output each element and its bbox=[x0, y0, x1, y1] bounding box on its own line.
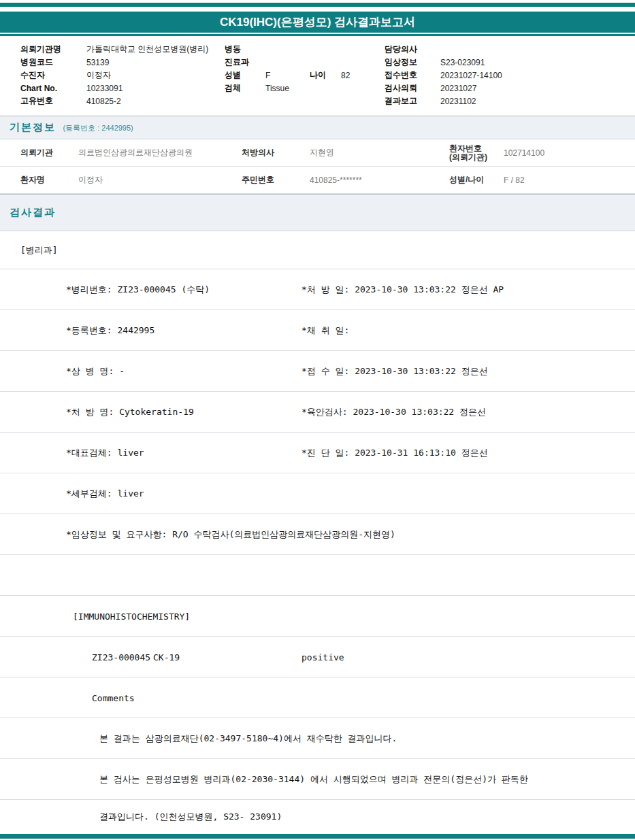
field-value: 20231027-14100 bbox=[440, 71, 502, 80]
ihc-result-value: positive bbox=[302, 652, 344, 662]
field-label: 담당의사 bbox=[385, 44, 440, 55]
result-right-cell: *육안검사: 2023-10-30 13:03:22 정은선 bbox=[302, 406, 486, 418]
header-row: Chart No. 10233091 bbox=[20, 82, 225, 95]
header-row: 결과보고 20231102 bbox=[385, 95, 621, 107]
comment-row: 결과입니다. (인천성모병원, S23- 23091) bbox=[0, 800, 635, 834]
ihc-result-row: ZI23-000045 CK-19 positive bbox=[0, 637, 635, 677]
patient-header-col1: 의뢰기관명 가톨릭대학교 인천성모병원(병리) 병원코드 53139 수진자 이… bbox=[20, 43, 225, 107]
field-label: 병동 bbox=[225, 44, 265, 55]
field-value: Tissue bbox=[265, 84, 289, 93]
cell-label: 주민번호 bbox=[242, 174, 310, 186]
table-row: 환자명 이정자 주민번호 410825-******* 성별/나이 F / 82 bbox=[0, 167, 635, 194]
basic-info-section-header: 기본정보 (등록번호 : 2442995) bbox=[0, 116, 635, 139]
results-section-header: 검사결과 bbox=[0, 194, 635, 231]
comment-line: 결과입니다. (인천성모병원, S23- 23091) bbox=[99, 811, 282, 823]
patient-header: 의뢰기관명 가톨릭대학교 인천성모병원(병리) 병원코드 53139 수진자 이… bbox=[0, 36, 635, 116]
cell-label: 성별/나이 bbox=[449, 174, 504, 186]
comment-row: 본 결과는 삼광의료재단(02-3497-5180~4)에서 재수탁한 결과입니… bbox=[0, 718, 635, 759]
patient-header-col3: 담당의사 임상정보 S23-023091 접수번호 20231027-14100… bbox=[385, 43, 621, 107]
bottom-accent-bar bbox=[0, 834, 635, 839]
header-row: 병동 bbox=[225, 43, 385, 56]
header-row: 접수번호 20231027-14100 bbox=[385, 69, 621, 82]
cell-label: 환자번호 (의뢰기관) bbox=[449, 144, 504, 162]
cell-label-line2: (의뢰기관) bbox=[449, 153, 504, 162]
field-label: 고유번호 bbox=[20, 95, 86, 107]
top-accent-bar bbox=[0, 3, 635, 7]
field-label: 병원코드 bbox=[20, 56, 86, 68]
cell-value: 102714100 bbox=[504, 148, 635, 158]
result-row: *병리번호: ZI23-000045 (수탁) *처 방 일: 2023-10-… bbox=[0, 269, 635, 310]
section-title: 기본정보 bbox=[10, 121, 56, 133]
results-body: [병리과] *병리번호: ZI23-000045 (수탁) *처 방 일: 20… bbox=[0, 231, 635, 834]
field-value: 10233091 bbox=[86, 84, 123, 93]
header-row: 의뢰기관명 가톨릭대학교 인천성모병원(병리) bbox=[20, 43, 225, 56]
field-value: 20231102 bbox=[440, 97, 476, 106]
header-row: 고유번호 410825-2 bbox=[20, 95, 225, 107]
field-label: 성별 bbox=[225, 69, 265, 81]
comment-line: 본 검사는 은평성모병원 병리과(02-2030-3144) 에서 시행되었으며… bbox=[99, 773, 528, 786]
table-row: 의뢰기관 의료법인삼광의료재단삼광의원 처방의사 지현영 환자번호 (의뢰기관)… bbox=[0, 139, 635, 167]
result-left-cell: *세부검체: liver bbox=[66, 488, 144, 500]
ihc-specimen: ZI23-000045 bbox=[92, 652, 150, 662]
ihc-header: [IMMUNOHISTOCHEMISTRY] bbox=[73, 611, 190, 621]
header-row: 검체 Tissue bbox=[225, 82, 385, 95]
field-value: 20231027 bbox=[440, 84, 476, 93]
result-left-cell: *등록번호: 2442995 bbox=[66, 324, 154, 337]
field-value: F bbox=[265, 71, 310, 80]
cell-label: 환자명 bbox=[20, 174, 78, 186]
header-row: 병원코드 53139 bbox=[20, 56, 225, 69]
ihc-test-name: CK-19 bbox=[153, 652, 180, 662]
report-title: CK19(IHC)(은평성모) 검사결과보고서 bbox=[0, 12, 635, 33]
cell-label-line1: 환자번호 bbox=[449, 144, 504, 153]
field-label: 결과보고 bbox=[385, 95, 440, 107]
spacer-row bbox=[0, 555, 635, 596]
comment-row: 본 검사는 은평성모병원 병리과(02-2030-3144) 에서 시행되었으며… bbox=[0, 759, 635, 800]
result-row: *세부검체: liver bbox=[0, 473, 635, 514]
field-value: 82 bbox=[341, 71, 350, 80]
field-value: 410825-2 bbox=[86, 97, 121, 106]
header-row: 진료과 bbox=[225, 56, 385, 69]
field-label: 검체 bbox=[225, 82, 265, 94]
field-value: 53139 bbox=[86, 58, 109, 67]
result-right-cell: *채 취 일: bbox=[302, 324, 349, 337]
ihc-header-row: [IMMUNOHISTOCHEMISTRY] bbox=[0, 596, 635, 637]
comments-label-row: Comments bbox=[0, 677, 635, 718]
result-left-cell: *처 방 명: Cytokeratin-19 bbox=[66, 406, 194, 418]
result-right-cell: *진 단 일: 2023-10-31 16:13:10 정은선 bbox=[302, 447, 488, 459]
field-label: 의뢰기관명 bbox=[20, 44, 86, 55]
cell-value: 의료법인삼광의료재단삼광의원 bbox=[78, 147, 242, 158]
field-label: 검사의뢰 bbox=[385, 82, 440, 94]
result-right-cell: *처 방 일: 2023-10-30 13:03:22 정은선 AP bbox=[302, 284, 504, 296]
field-label: 수진자 bbox=[20, 69, 86, 81]
field-label: 진료과 bbox=[225, 56, 265, 68]
field-label: 접수번호 bbox=[385, 69, 440, 81]
cell-value: 이정자 bbox=[78, 174, 242, 186]
cell-label: 의뢰기관 bbox=[20, 147, 78, 158]
cell-value: 지현영 bbox=[310, 147, 449, 158]
result-left-cell: *임상정보 및 요구사항: R/O 수탁검사(의료법인삼광의료재단삼광의원-지현… bbox=[66, 528, 395, 541]
comments-label: Comments bbox=[92, 692, 135, 703]
result-row: *상 병 명: - *접 수 일: 2023-10-30 13:03:22 정은… bbox=[0, 351, 635, 392]
cell-label: 처방의사 bbox=[242, 147, 310, 158]
cell-value: 410825-******* bbox=[310, 175, 449, 185]
comment-line: 본 결과는 삼광의료재단(02-3497-5180~4)에서 재수탁한 결과입니… bbox=[99, 733, 397, 745]
field-label: Chart No. bbox=[20, 84, 86, 93]
header-row: 임상정보 S23-023091 bbox=[385, 56, 621, 69]
result-left-cell: *병리번호: ZI23-000045 (수탁) bbox=[66, 284, 210, 296]
section-title: 검사결과 bbox=[10, 206, 56, 218]
cell-value: F / 82 bbox=[504, 175, 635, 185]
department-row: [병리과] bbox=[0, 231, 635, 269]
result-row: *대표검체: liver *진 단 일: 2023-10-31 16:13:10… bbox=[0, 433, 635, 473]
result-left-cell: *상 병 명: - bbox=[66, 365, 125, 377]
result-row: *처 방 명: Cytokeratin-19 *육안검사: 2023-10-30… bbox=[0, 392, 635, 433]
section-subtitle: (등록번호 : 2442995) bbox=[63, 124, 133, 132]
header-row: 검사의뢰 20231027 bbox=[385, 82, 621, 95]
field-value: 가톨릭대학교 인천성모병원(병리) bbox=[86, 44, 208, 55]
field-value: 이정자 bbox=[86, 69, 111, 81]
header-row: 성별 F 나이 82 bbox=[225, 69, 385, 82]
header-row: 담당의사 bbox=[385, 43, 621, 56]
result-row: *임상정보 및 요구사항: R/O 수탁검사(의료법인삼광의료재단삼광의원-지현… bbox=[0, 514, 635, 555]
result-left-cell: *대표검체: liver bbox=[66, 447, 144, 459]
field-label: 나이 bbox=[310, 69, 341, 81]
patient-header-col2: 병동 진료과 성별 F 나이 82 검체 Tissue bbox=[225, 43, 385, 107]
